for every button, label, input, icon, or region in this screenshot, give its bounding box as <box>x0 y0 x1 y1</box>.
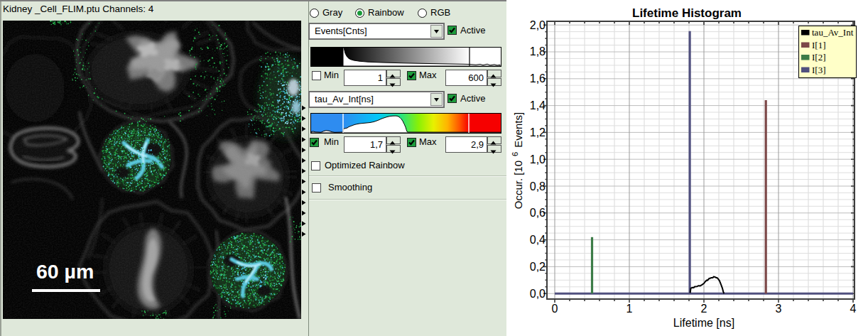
svg-text:I[2]: I[2] <box>812 52 826 63</box>
svg-text:6: 6 <box>511 152 519 156</box>
svg-text:I[1]: I[1] <box>812 40 826 50</box>
svg-text:0,2: 0,2 <box>530 261 546 273</box>
svg-text:1,6: 1,6 <box>530 72 546 85</box>
svg-text:60 µm: 60 µm <box>36 260 94 283</box>
svg-text:Lifetime Histogram: Lifetime Histogram <box>632 6 742 20</box>
svg-text:0,8: 0,8 <box>530 180 546 193</box>
svg-text:2,0: 2,0 <box>530 19 546 31</box>
svg-text:0,4: 0,4 <box>530 234 546 246</box>
svg-text:1,0: 1,0 <box>530 153 546 166</box>
svg-text:4: 4 <box>850 303 857 315</box>
svg-text:1,2: 1,2 <box>530 126 546 139</box>
svg-text:Occur. [10 Events]: Occur. [10 Events] <box>512 112 524 209</box>
svg-text:Lifetime [ns]: Lifetime [ns] <box>673 317 734 329</box>
svg-text:1: 1 <box>626 303 633 315</box>
svg-text:1,4: 1,4 <box>530 99 546 112</box>
svg-text:3: 3 <box>776 303 782 315</box>
svg-text:I[3]: I[3] <box>812 65 826 75</box>
svg-text:0: 0 <box>552 303 558 315</box>
svg-text:tau_Av_Int: tau_Av_Int <box>812 27 854 38</box>
svg-text:2: 2 <box>701 303 707 315</box>
svg-text:0,0: 0,0 <box>530 288 546 300</box>
svg-text:0,6: 0,6 <box>530 207 546 219</box>
svg-text:1,8: 1,8 <box>530 45 546 58</box>
